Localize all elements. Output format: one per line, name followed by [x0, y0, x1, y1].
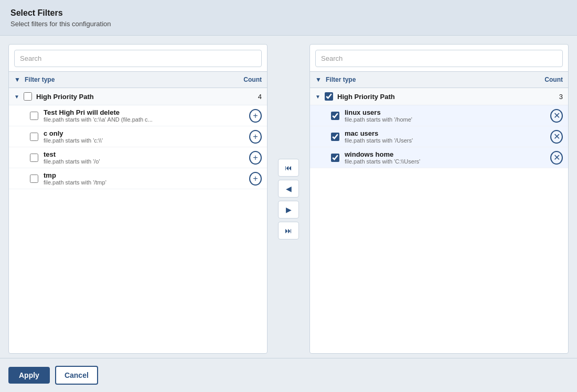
- left-item-0-desc: file.path starts with 'c:\\a' AND (file.…: [44, 116, 249, 123]
- right-item-2-remove-button[interactable]: ✕: [550, 151, 563, 164]
- add-icon-1: +: [249, 130, 262, 144]
- right-item-1-remove-button[interactable]: ✕: [550, 130, 563, 143]
- single-left-icon: ◀: [286, 184, 292, 193]
- cancel-button[interactable]: Cancel: [55, 366, 98, 385]
- left-item-1-name: c only: [44, 129, 249, 137]
- right-group-checkbox[interactable]: [325, 92, 333, 101]
- left-group-count: 4: [258, 93, 262, 101]
- left-count-label: Count: [243, 76, 262, 83]
- move-right-button[interactable]: ▶: [278, 201, 299, 219]
- right-item-1-checkbox[interactable]: [331, 133, 339, 141]
- dialog-footer: Apply Cancel: [0, 358, 577, 392]
- right-search-wrapper: [310, 45, 568, 67]
- right-item-2: windows home file.path starts with 'C:\\…: [310, 147, 568, 168]
- right-item-2-text: windows home file.path starts with 'C:\\…: [345, 150, 550, 165]
- left-item-3-desc: file.path starts with '/tmp': [44, 179, 249, 186]
- left-item-2-text: test file.path starts with '/o': [44, 150, 249, 165]
- dialog-subtitle: Select filters for this configuration: [10, 20, 567, 28]
- right-header-chevron-icon: ▼: [315, 76, 324, 83]
- double-right-icon: ⏭: [285, 226, 292, 235]
- left-item-3-add-button[interactable]: +: [249, 172, 262, 185]
- left-header-chevron-icon: ▼: [14, 76, 23, 83]
- left-group-chevron-icon[interactable]: ▼: [14, 94, 22, 100]
- left-search-input[interactable]: [14, 50, 262, 67]
- move-all-left-button[interactable]: ⏮: [278, 159, 299, 177]
- left-item-1-add-button[interactable]: +: [249, 130, 262, 143]
- add-icon-3: +: [249, 172, 262, 186]
- right-item-1-name: mac users: [345, 129, 550, 137]
- left-items-list: ▼ High Priority Path 4 Test High Pri wil…: [9, 88, 267, 353]
- left-search-wrapper: [9, 45, 267, 67]
- dialog-header: Select Filters Select filters for this c…: [0, 0, 577, 36]
- right-item-0-checkbox[interactable]: [331, 112, 339, 120]
- right-item-2-checkbox[interactable]: [331, 154, 339, 162]
- apply-button[interactable]: Apply: [8, 367, 50, 384]
- left-item-3-text: tmp file.path starts with '/tmp': [44, 171, 249, 186]
- right-item-0-name: linux users: [345, 108, 550, 116]
- left-item-2-name: test: [44, 150, 249, 158]
- left-item-2-add-button[interactable]: +: [249, 151, 262, 164]
- right-group-label: High Priority Path: [337, 93, 559, 101]
- remove-icon-0: ✕: [550, 109, 563, 123]
- right-group-chevron-icon[interactable]: ▼: [315, 94, 323, 100]
- right-item-0: linux users file.path starts with '/home…: [310, 105, 568, 126]
- left-group-row: ▼ High Priority Path 4: [9, 88, 267, 105]
- single-right-icon: ▶: [286, 205, 292, 214]
- left-item-0-checkbox[interactable]: [30, 112, 38, 120]
- left-item-0-name: Test High Pri will delete: [44, 108, 249, 116]
- right-group-count: 3: [559, 93, 563, 101]
- add-icon-0: +: [249, 109, 262, 123]
- transfer-controls: ⏮ ◀ ▶ ⏭: [268, 44, 309, 354]
- left-group-label: High Priority Path: [36, 93, 258, 101]
- left-filter-type-label: Filter type: [25, 76, 243, 83]
- add-icon-2: +: [249, 151, 262, 165]
- right-item-0-desc: file.path starts with '/home': [345, 116, 550, 123]
- right-group-row: ▼ High Priority Path 3: [310, 88, 568, 105]
- right-item-0-remove-button[interactable]: ✕: [550, 110, 563, 122]
- left-item-0-add-button[interactable]: +: [249, 110, 262, 122]
- left-item-1-desc: file.path starts with 'c:\\': [44, 137, 249, 144]
- right-item-0-text: linux users file.path starts with '/home…: [345, 108, 550, 123]
- double-left-icon: ⏮: [285, 164, 292, 172]
- remove-icon-2: ✕: [550, 151, 563, 165]
- left-item-0-text: Test High Pri will delete file.path star…: [44, 108, 249, 123]
- remove-icon-1: ✕: [550, 130, 563, 144]
- left-item-1: c only file.path starts with 'c:\\' +: [9, 126, 267, 147]
- right-items-list: ▼ High Priority Path 3 linux users file.…: [310, 88, 568, 353]
- left-table-header: ▼ Filter type Count: [9, 71, 267, 88]
- right-count-label: Count: [544, 76, 563, 83]
- move-left-button[interactable]: ◀: [278, 180, 299, 198]
- left-item-0: Test High Pri will delete file.path star…: [9, 105, 267, 126]
- right-item-1-text: mac users file.path starts with '/Users': [345, 129, 550, 144]
- left-item-3-checkbox[interactable]: [30, 175, 38, 183]
- right-filter-type-label: Filter type: [326, 76, 544, 83]
- right-table-header: ▼ Filter type Count: [310, 71, 568, 88]
- left-group-checkbox[interactable]: [24, 92, 32, 101]
- right-item-1: mac users file.path starts with '/Users'…: [310, 126, 568, 147]
- left-item-2: test file.path starts with '/o' +: [9, 147, 267, 168]
- left-item-1-text: c only file.path starts with 'c:\\': [44, 129, 249, 144]
- right-item-2-name: windows home: [345, 150, 550, 158]
- right-panel: ▼ Filter type Count ▼ High Priority Path…: [309, 44, 569, 354]
- left-item-3: tmp file.path starts with '/tmp' +: [9, 168, 267, 189]
- right-item-1-desc: file.path starts with '/Users': [345, 137, 550, 144]
- main-content: ▼ Filter type Count ▼ High Priority Path…: [0, 36, 577, 358]
- left-item-1-checkbox[interactable]: [30, 133, 38, 141]
- right-item-2-desc: file.path starts with 'C:\\Users': [345, 158, 550, 165]
- left-panel: ▼ Filter type Count ▼ High Priority Path…: [8, 44, 268, 354]
- right-search-input[interactable]: [315, 50, 563, 67]
- left-item-2-desc: file.path starts with '/o': [44, 158, 249, 165]
- left-item-2-checkbox[interactable]: [30, 154, 38, 162]
- dialog-title: Select Filters: [10, 8, 567, 18]
- move-all-right-button[interactable]: ⏭: [278, 222, 299, 239]
- left-item-3-name: tmp: [44, 171, 249, 179]
